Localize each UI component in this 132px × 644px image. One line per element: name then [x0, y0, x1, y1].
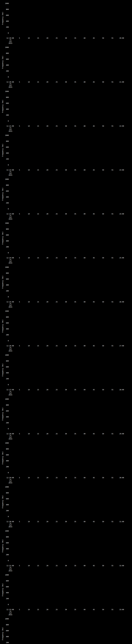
x-tick-label-40s: 40 [84, 257, 85, 259]
x-tick-label-5s: 5 [19, 81, 20, 83]
x-axis-date-line-0: 31 [10, 83, 11, 84]
x-start-time-label: 12:26:00 [6, 345, 14, 346]
y-tick-label-200: 200 [1, 202, 9, 204]
x-tick-label-40s: 40 [84, 477, 85, 478]
y-tick-label-800: 800 [1, 492, 9, 494]
x-tick-label-5s: 5 [19, 37, 20, 39]
x-tick-label-30s: 30 [65, 213, 67, 215]
x-tick-label-45s: 45 [93, 477, 95, 478]
x-tick-label-55s: 55 [112, 389, 113, 390]
y-tick-label-200: 200 [1, 70, 9, 72]
x-start-time-label: 12:25:00 [6, 301, 14, 303]
x-axis-date-line-1: Jul [9, 173, 12, 174]
y-tick-label-0: 0 [1, 428, 9, 430]
y-tick-label-400: 400 [1, 372, 9, 374]
y-tick-label-800: 800 [1, 404, 9, 406]
y-tick-label-600: 600 [1, 542, 9, 544]
x-tick-label-50s: 50 [102, 389, 104, 390]
y-tick-label-200: 200 [1, 378, 9, 380]
x-tick-label-30s: 30 [65, 433, 67, 434]
x-tick-label-25s: 25 [56, 169, 58, 171]
x-end-time-label: 20:00 [119, 37, 124, 39]
x-tick-label-30s: 30 [65, 389, 67, 390]
y-tick-label-800: 800 [1, 448, 9, 450]
x-tick-label-35s: 35 [74, 213, 76, 215]
x-axis-date-line-1: Jul [9, 524, 12, 526]
x-tick-label-15s: 15 [37, 81, 39, 83]
x-tick-label-30s: 30 [65, 609, 67, 610]
y-tick-label-1000: 1000 [1, 134, 9, 136]
x-start-time-label: 12:32:00 [6, 609, 14, 610]
x-end-time-label: 25:00 [119, 257, 124, 259]
x-axis-date-line-1: Jul [9, 612, 12, 614]
y-tick-label-600: 600 [1, 58, 9, 60]
x-tick-label-35s: 35 [74, 37, 76, 39]
spectrogram-figure: Frequency (Hz) 0200400600800100012:19:00… [0, 0, 132, 644]
x-end-time-label: 23:00 [119, 169, 124, 171]
x-axis-date-line-0: 31 [10, 391, 11, 392]
y-tick-label-400: 400 [1, 20, 9, 22]
x-tick-label-25s: 25 [56, 477, 58, 478]
y-tick-label-600: 600 [1, 278, 9, 280]
x-start-time-label: 12:28:00 [6, 433, 14, 434]
y-tick-label-0: 0 [1, 164, 9, 166]
x-axis-date-line-1: Jul [9, 260, 12, 262]
x-tick-label-50s: 50 [102, 213, 104, 215]
x-tick-label-55s: 55 [112, 81, 113, 83]
x-tick-label-15s: 15 [37, 433, 39, 434]
y-tick-label-400: 400 [1, 592, 9, 594]
y-axis-title: Frequency (Hz) [2, 408, 4, 420]
x-tick-label-10s: 10 [28, 81, 30, 83]
y-axis-title: Frequency (Hz) [2, 100, 4, 113]
x-axis-date-line-0: 31 [10, 39, 11, 41]
y-tick-label-600: 600 [1, 410, 9, 412]
x-axis-date-line-1: Jul [9, 568, 12, 570]
x-tick-label-40s: 40 [84, 301, 85, 303]
x-tick-label-45s: 45 [93, 389, 95, 390]
y-axis-title: Frequency (Hz) [2, 363, 4, 376]
x-tick-label-5s: 5 [19, 213, 20, 215]
x-axis-date-line-0: 31 [10, 523, 11, 524]
x-tick-label-5s: 5 [19, 609, 20, 610]
y-tick-label-0: 0 [1, 560, 9, 562]
y-tick-label-1000: 1000 [1, 486, 9, 488]
x-tick-label-25s: 25 [56, 609, 58, 610]
x-tick-label-45s: 45 [93, 521, 95, 522]
x-axis-date-line-2: 2015 [9, 262, 12, 264]
x-axis-date-line-1: Jul [9, 436, 12, 438]
x-tick-label-15s: 15 [37, 609, 39, 610]
y-tick-label-600: 600 [1, 322, 9, 324]
x-axis-date-line-0: 31 [10, 127, 11, 129]
x-tick-label-45s: 45 [93, 213, 95, 215]
x-tick-label-5s: 5 [19, 125, 20, 127]
y-tick-label-800: 800 [1, 580, 9, 582]
x-tick-label-40s: 40 [84, 565, 85, 566]
x-tick-label-35s: 35 [74, 301, 76, 303]
x-tick-label-35s: 35 [74, 81, 76, 83]
x-axis-date-line-0: 31 [10, 479, 11, 480]
x-axis-date-line-2: 2015 [9, 86, 12, 88]
y-tick-label-1000: 1000 [1, 398, 9, 400]
y-tick-label-0: 0 [1, 340, 9, 342]
x-tick-label-20s: 20 [46, 37, 48, 39]
x-tick-label-45s: 45 [93, 433, 95, 434]
y-axis-title: Frequency (Hz) [2, 583, 4, 596]
x-tick-label-10s: 10 [28, 345, 30, 346]
x-tick-label-50s: 50 [102, 301, 104, 303]
spectrogram-panel-3: Frequency (Hz) 0200400600800100012:21:00… [0, 88, 132, 132]
x-tick-label-40s: 40 [84, 125, 85, 127]
x-tick-label-55s: 55 [112, 213, 113, 215]
y-tick-label-800: 800 [1, 52, 9, 54]
x-tick-label-35s: 35 [74, 477, 76, 478]
x-tick-label-20s: 20 [46, 125, 48, 127]
x-end-time-label: 32:00 [119, 565, 124, 566]
y-tick-label-800: 800 [1, 360, 9, 362]
y-tick-label-1000: 1000 [1, 91, 9, 92]
x-tick-label-35s: 35 [74, 565, 76, 566]
spectrogram-panel-4: Frequency (Hz) 0200400600800100012:22:00… [0, 132, 132, 176]
spectrogram-panel-5: Frequency (Hz) 0200400600800100012:23:00… [0, 176, 132, 220]
x-tick-label-35s: 35 [74, 433, 76, 434]
y-tick-label-800: 800 [1, 536, 9, 538]
x-tick-label-10s: 10 [28, 301, 30, 303]
y-tick-label-400: 400 [1, 196, 9, 198]
